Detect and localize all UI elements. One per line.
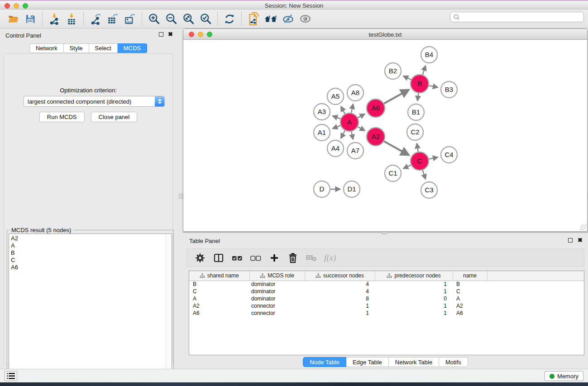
float-panel-icon[interactable]	[159, 32, 163, 37]
column-type-icon	[200, 273, 205, 278]
delete-column-button[interactable]	[287, 252, 299, 264]
import-table-icon	[66, 13, 77, 25]
close-panel-button[interactable]: Close panel	[91, 112, 138, 122]
zoom-fit-button[interactable]	[180, 11, 197, 27]
tab-network-table[interactable]: Network Table	[389, 357, 439, 367]
table-cell: A2	[189, 302, 249, 310]
network-canvas[interactable]: B4B2BB3A8A5A6A3B1AA1C2A2A4A7C4CC1C3DD1	[184, 40, 587, 231]
graph-edge-B-B2[interactable]	[403, 76, 411, 80]
home-views-button[interactable]	[262, 11, 279, 27]
graph-edge-A-A3[interactable]	[333, 116, 340, 119]
export-table-button[interactable]	[104, 11, 121, 27]
table-cell: A2	[453, 302, 487, 310]
graph-edge-A2-C[interactable]	[384, 141, 408, 155]
select-all-columns-button[interactable]	[231, 252, 243, 264]
graph-edge-C-C2[interactable]	[417, 144, 418, 152]
graph-edge-B-B1[interactable]	[417, 93, 418, 100]
graph-node-label-C4: C4	[445, 151, 453, 158]
split-columns-button[interactable]	[213, 252, 225, 264]
graph-edge-A-A1[interactable]	[333, 125, 340, 128]
mcds-result-item[interactable]: A	[9, 242, 172, 249]
column-header-filler	[487, 271, 584, 281]
column-header-shared-name[interactable]: shared name	[189, 271, 249, 281]
column-header-mcds-role[interactable]: MCDS role	[249, 271, 305, 281]
tab-style[interactable]: Style	[64, 43, 89, 53]
window-resize-grip[interactable]	[580, 224, 586, 230]
table-cell: C	[453, 288, 487, 295]
graph-edge-B-B3[interactable]	[429, 86, 438, 87]
mcds-result-item[interactable]: A2	[9, 235, 172, 242]
refresh-button[interactable]	[221, 11, 238, 27]
tab-motifs[interactable]: Motifs	[439, 357, 468, 367]
network-window-title: testGlobe.txt	[183, 31, 587, 38]
mcds-result-item[interactable]: A6	[9, 264, 172, 271]
column-header-predecessor-nodes[interactable]: predecessor nodes	[375, 271, 453, 281]
column-header-successor-nodes[interactable]: successor nodes	[305, 271, 375, 281]
memory-button[interactable]: Memory	[545, 371, 583, 381]
table-cell: 1	[375, 310, 453, 317]
network-window-titlebar[interactable]: testGlobe.txt	[183, 29, 587, 40]
zoom-in-button[interactable]	[145, 11, 163, 27]
add-column-button[interactable]	[268, 252, 280, 264]
zoom-out-button[interactable]	[163, 11, 180, 27]
graph-edge-A-A5[interactable]	[341, 107, 345, 114]
tab-select[interactable]: Select	[89, 43, 118, 53]
graph-edge-C-C4[interactable]	[429, 157, 438, 159]
vertical-splitter-handle[interactable]	[179, 194, 183, 199]
mcds-result-item[interactable]: B	[9, 249, 172, 257]
export-image-button[interactable]	[121, 11, 139, 27]
graph-edge-B-B4[interactable]	[423, 66, 425, 75]
hide-annotations-button[interactable]	[279, 11, 296, 27]
graph-edge-A-A6[interactable]	[358, 114, 365, 118]
mcds-list-scrollbar[interactable]	[166, 234, 172, 385]
save-session-button[interactable]	[22, 11, 39, 27]
task-history-button[interactable]	[5, 371, 17, 381]
graph-edge-A-A4[interactable]	[341, 131, 345, 138]
run-mcds-button[interactable]: Run MCDS	[39, 112, 85, 122]
close-table-panel-icon[interactable]: ✖	[578, 238, 583, 243]
open-session-button[interactable]	[5, 11, 22, 27]
graph-edge-C-C1[interactable]	[404, 165, 411, 168]
main-toolbar	[0, 10, 588, 29]
graph-node-label-A: A	[347, 118, 352, 126]
tab-node-table[interactable]: Node Table	[303, 357, 346, 367]
import-table-button[interactable]	[63, 11, 80, 27]
table-row[interactable]: Cdominator41C	[189, 288, 584, 295]
clone-network-button[interactable]	[245, 11, 262, 27]
table-cell-filler	[487, 302, 584, 310]
export-network-button[interactable]	[87, 11, 104, 27]
table-panel-title: Table Panel	[189, 238, 220, 244]
graph-edge-A6-B[interactable]	[384, 90, 408, 104]
tab-mcds[interactable]: MCDS	[118, 43, 147, 53]
show-eye-button[interactable]	[296, 11, 314, 27]
table-settings-button[interactable]	[194, 252, 206, 264]
import-network-button[interactable]	[46, 11, 63, 27]
column-header-name[interactable]: name	[453, 271, 487, 281]
table-row[interactable]: A2connector11A2	[189, 302, 584, 310]
mcds-result-item[interactable]: C	[9, 257, 172, 264]
graph-node-label-A3: A3	[318, 108, 326, 115]
mcds-result-list[interactable]: A2ABCA6	[9, 234, 172, 386]
tab-network[interactable]: Network	[29, 43, 64, 53]
table-cell: B	[189, 281, 249, 288]
table-row[interactable]: Bdominator41B	[189, 281, 584, 288]
zoom-selected-button[interactable]	[197, 11, 214, 27]
save-floppy-icon	[25, 14, 36, 24]
unchecked-boxes-icon	[250, 253, 262, 263]
graph-edge-A-A2[interactable]	[358, 127, 364, 130]
graph-edge-C-C3[interactable]	[423, 170, 425, 179]
table-row[interactable]: Adominator80A	[189, 295, 584, 302]
close-panel-icon[interactable]: ✖	[168, 32, 173, 37]
graph-edge-A-A8[interactable]	[351, 104, 353, 113]
criterion-dropdown[interactable]: largest connected component (directed)	[24, 96, 165, 107]
table-row[interactable]: A6connector11A6	[189, 310, 584, 317]
float-table-panel-icon[interactable]	[568, 238, 573, 243]
zoom-fit-icon	[182, 13, 195, 25]
network-graph-svg[interactable]: B4B2BB3A8A5A6A3B1AA1C2A2A4A7C4CC1C3DD1	[184, 40, 587, 231]
tab-edge-table[interactable]: Edge Table	[346, 357, 389, 367]
search-input[interactable]	[460, 14, 583, 20]
node-table[interactable]: shared name MCDS role	[189, 271, 584, 355]
search-field[interactable]	[450, 12, 584, 22]
deselect-all-columns-button[interactable]	[250, 252, 262, 264]
graph-edge-A-A7[interactable]	[351, 132, 353, 139]
